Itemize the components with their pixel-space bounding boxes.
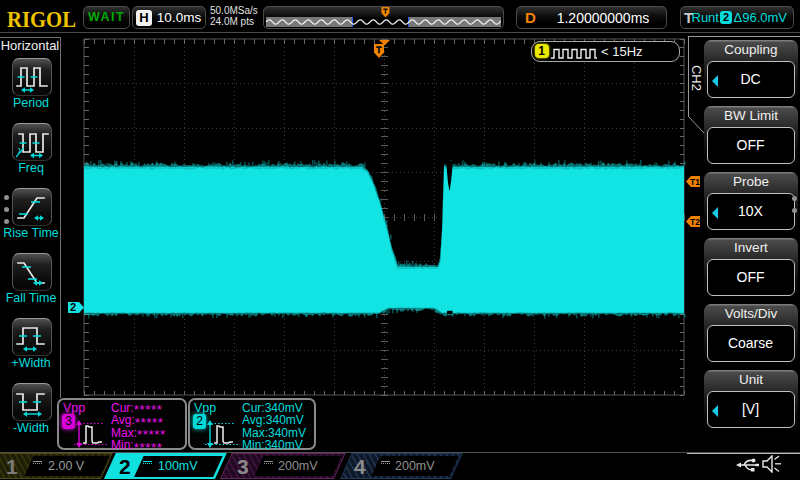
svg-text:2: 2 bbox=[70, 302, 76, 313]
svg-text:T2: T2 bbox=[690, 217, 700, 227]
svg-text:T1: T1 bbox=[690, 177, 700, 187]
